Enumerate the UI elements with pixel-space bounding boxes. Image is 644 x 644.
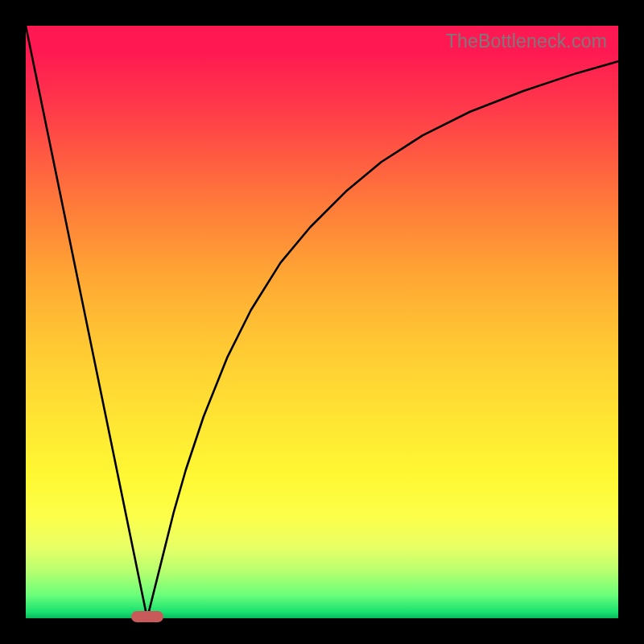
chart-frame: TheBottleneck.com [0, 0, 644, 644]
bottleneck-curve [26, 26, 618, 618]
plot-area: TheBottleneck.com [26, 26, 618, 618]
optimal-point-marker [131, 611, 163, 622]
curve-path [26, 26, 618, 618]
